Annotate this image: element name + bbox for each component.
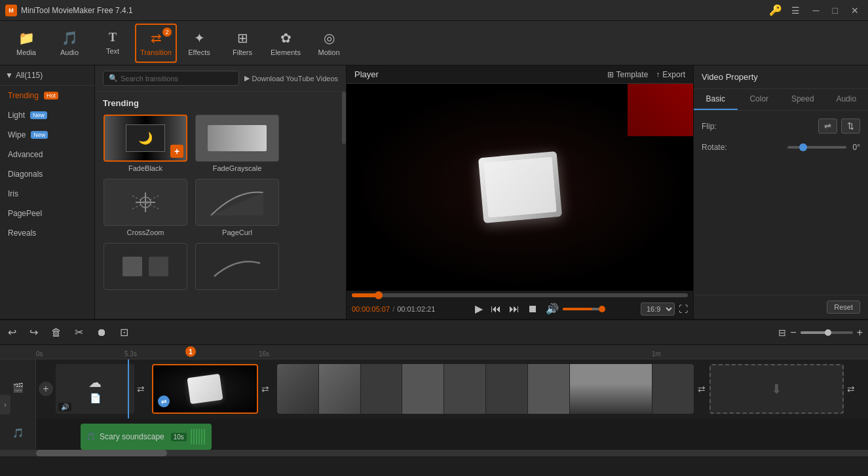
main-video-clip[interactable]	[277, 364, 694, 414]
search-placeholder: Search transitions	[121, 75, 178, 82]
empty-clip-slot[interactable]: ⬇	[709, 364, 844, 414]
transition-arrow-3[interactable]: ⇄	[698, 384, 706, 394]
redo-button[interactable]: ↪	[27, 323, 41, 341]
undo-button[interactable]: ↩	[5, 323, 19, 341]
timeline-scrollbar[interactable]	[0, 450, 868, 456]
transition-extra-1[interactable]	[103, 243, 188, 290]
scroll-indicator[interactable]	[342, 92, 346, 144]
template-button[interactable]: ⊞ Template	[607, 70, 649, 79]
prev-frame-button[interactable]: ⏮	[489, 302, 502, 316]
cut-button[interactable]: ✂	[72, 323, 86, 341]
timeline-scroll-thumb[interactable]	[36, 450, 167, 456]
fullscreen-button[interactable]: ⛶	[679, 304, 688, 314]
menu-icon[interactable]: ☰	[787, 4, 804, 17]
tab-basic[interactable]: Basic	[694, 89, 738, 110]
play-button[interactable]: ▶	[474, 301, 484, 316]
transition-fade-black[interactable]: 🌙 + FadeBlack	[103, 115, 188, 172]
category-wipe[interactable]: Wipe New	[0, 125, 94, 145]
category-trending[interactable]: Trending Hot	[0, 86, 94, 105]
tab-audio[interactable]: Audio	[825, 89, 869, 110]
transition-page-curl[interactable]: PageCurl	[195, 179, 280, 236]
transition-fade-grayscale[interactable]: FadeGrayscale	[195, 115, 280, 172]
search-box[interactable]: 🔍 Search transitions	[103, 71, 239, 86]
selected-clip[interactable]: ⇄	[152, 364, 258, 414]
minimize-button[interactable]: ─	[809, 4, 823, 17]
transition-cross-zoom[interactable]: CrossZoom	[103, 179, 188, 236]
clip-thumbnail-1[interactable]: ☁ 📄 🔊	[56, 364, 134, 414]
toolbar-motion[interactable]: ◎ Motion	[308, 24, 350, 63]
rotate-row: Rotate: 0°	[702, 143, 860, 152]
collapse-icon: ▼	[5, 71, 13, 80]
transition-applied-icon: ⇄	[157, 395, 170, 410]
transition-arrow-4[interactable]: ⇄	[847, 384, 855, 394]
progress-handle[interactable]	[375, 291, 383, 299]
frame-2	[319, 364, 361, 414]
elements-icon: ✿	[280, 30, 292, 46]
toolbar-filters[interactable]: ⊞ Filters	[221, 24, 263, 63]
fade-black-thumb[interactable]: 🌙 +	[104, 115, 187, 162]
ruler-mark-5s: 5.3s	[124, 350, 137, 357]
music-note-icon: 🎵	[86, 432, 96, 441]
toolbar-elements[interactable]: ✿ Elements	[265, 24, 307, 63]
tab-speed[interactable]: Speed	[781, 89, 825, 110]
split-view-icon[interactable]: ⊟	[778, 327, 786, 338]
crop-button[interactable]: ⊡	[117, 323, 131, 341]
clip-icon: ☁	[88, 375, 102, 390]
category-reveals[interactable]: Reveals	[0, 223, 94, 243]
category-pagepeel[interactable]: PagePeel	[0, 204, 94, 223]
zoom-handle[interactable]	[825, 329, 831, 336]
audio-duration: 10s	[171, 433, 187, 441]
category-diagonals[interactable]: Diagonals	[0, 164, 94, 184]
flip-horizontal-button[interactable]: ⇌	[818, 119, 837, 134]
playhead[interactable]	[128, 359, 129, 418]
fade-black-label: FadeBlack	[128, 164, 162, 172]
rotate-controls: 0°	[787, 143, 860, 152]
transition-extra-2[interactable]	[195, 243, 280, 290]
download-youtube-button[interactable]: ▶ Download YouTube Videos	[244, 74, 339, 82]
record-button[interactable]: ⏺	[94, 324, 109, 341]
zoom-out-button[interactable]: −	[790, 327, 796, 339]
category-iris[interactable]: Iris	[0, 184, 94, 204]
export-button[interactable]: ↑ Export	[656, 70, 685, 79]
step-1-badge: 1	[185, 346, 196, 357]
progress-bar[interactable]	[352, 293, 688, 297]
all-category-header[interactable]: ▼ All(115)	[0, 65, 94, 86]
player-label: Player	[354, 69, 379, 79]
rotate-slider[interactable]	[787, 146, 846, 149]
transition-arrow-2[interactable]: ⇄	[261, 384, 269, 394]
volume-slider[interactable]	[563, 308, 602, 310]
toolbar-media[interactable]: 📁 Media	[5, 24, 47, 63]
audio-clip[interactable]: 🎵 Scary soundscape 10s	[81, 424, 212, 450]
maximize-button[interactable]: □	[829, 4, 842, 17]
add-clip-button[interactable]: +	[39, 382, 53, 396]
flip-vertical-button[interactable]: ⇅	[841, 119, 860, 134]
rotate-handle[interactable]	[799, 143, 807, 151]
toolbar-text[interactable]: T Text	[92, 24, 134, 63]
add-transition-button[interactable]: +	[170, 145, 183, 158]
page-curl-svg	[208, 186, 267, 219]
next-frame-button[interactable]: ⏭	[508, 302, 521, 316]
category-advanced[interactable]: Advanced	[0, 145, 94, 164]
reset-button[interactable]: Reset	[827, 301, 860, 314]
toolbar-transition[interactable]: ⇄ Transition 2	[135, 24, 177, 63]
zoom-in-button[interactable]: +	[857, 327, 863, 339]
toolbar-effects[interactable]: ✦ Effects	[178, 24, 220, 63]
panel-expand-button[interactable]: ›	[0, 395, 10, 414]
delete-button[interactable]: 🗑	[48, 324, 64, 341]
category-light[interactable]: Light New	[0, 105, 94, 125]
volume-handle[interactable]	[599, 306, 605, 312]
fade-grayscale-thumb[interactable]	[195, 115, 279, 162]
tab-color[interactable]: Color	[738, 89, 782, 110]
stop-button[interactable]: ⏹	[526, 302, 539, 316]
toolbar-audio[interactable]: 🎵 Audio	[48, 24, 90, 63]
app-title: MiniTool MovieMaker Free 7.4.1	[21, 6, 133, 15]
close-button[interactable]: ✕	[847, 4, 863, 17]
page-curl-thumb[interactable]	[195, 179, 279, 226]
zoom-slider[interactable]	[801, 331, 853, 334]
transition-arrow-1[interactable]: ⇄	[137, 384, 145, 394]
video-display	[347, 84, 693, 291]
timeline-ruler: 0s 5.3s 16s 1m 1	[0, 345, 868, 359]
volume-button[interactable]: 🔊	[544, 301, 560, 316]
aspect-ratio-select[interactable]: 16:9 9:16 4:3 1:1	[641, 302, 675, 316]
cross-zoom-thumb[interactable]	[104, 179, 187, 226]
